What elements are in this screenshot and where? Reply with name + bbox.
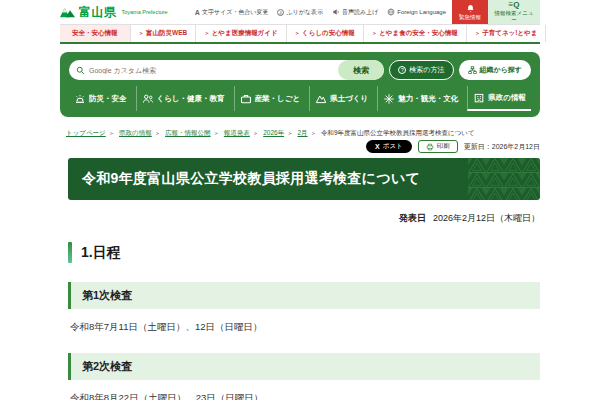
speaker-icon <box>332 8 340 16</box>
nav-miryoku-kanko-bunka[interactable]: 魅力・観光・文化 <box>377 86 463 111</box>
text-size-icon: A <box>195 9 200 16</box>
search-by-org-button[interactable]: 組織から探す <box>459 60 532 80</box>
subsection-first-exam: 第1次検査 <box>68 282 540 309</box>
search-box: 検索 <box>69 60 384 80</box>
safety-nav-item[interactable]: 富山防災WEB <box>131 25 197 42</box>
info-search-menu-button[interactable]: ≡Q 情報検索メニュー <box>488 0 540 24</box>
site-logo[interactable]: 富山県 Toyama Prefecture <box>60 0 168 24</box>
search-icon <box>76 66 85 75</box>
toyama-mountain-logo-icon <box>60 6 76 19</box>
briefcase-icon <box>240 93 252 105</box>
x-icon: X <box>375 143 380 150</box>
release-date-label: 発表日 <box>399 213 426 223</box>
breadcrumb-link[interactable]: 報道発表 <box>224 129 262 136</box>
breadcrumb-current: 令和9年度富山県公立学校教員採用選考検査について <box>321 129 475 136</box>
nav-kurashi-kenko-kyoiku[interactable]: くらし・健康・教育 <box>136 86 230 111</box>
search-panel: 検索 ? 検索の方法 組織から探す <box>60 52 540 117</box>
safety-nav-item[interactable]: くらしの安心情報 <box>287 25 364 42</box>
printer-icon <box>426 143 434 151</box>
breadcrumb-link[interactable]: 広報・情報公開 <box>165 129 222 136</box>
breadcrumb-link[interactable]: トップページ <box>66 129 117 136</box>
release-date-value: 2026年2月12日（木曜日） <box>433 213 540 223</box>
furigana-link[interactable]: あ ふりがな表示 <box>277 8 323 17</box>
search-row: 検索 ? 検索の方法 組織から探す <box>69 60 531 80</box>
safety-nav-item[interactable]: 子育てネッ!とやま <box>467 25 547 42</box>
page-title: 令和9年度富山県公立学校教員採用選考検査について <box>82 170 420 188</box>
siren-icon <box>74 93 86 105</box>
print-button[interactable]: 印刷 <box>418 140 458 153</box>
top-utility-bar: 富山県 Toyama Prefecture A 文字サイズ・色合い変更 あ ふり… <box>60 0 540 24</box>
site-container: 富山県 Toyama Prefecture A 文字サイズ・色合い変更 あ ふり… <box>60 0 540 400</box>
safety-nav-item-active[interactable]: 安全・安心情報 <box>60 25 131 42</box>
text-size-link[interactable]: A 文字サイズ・色合い変更 <box>195 8 269 17</box>
nav-bousai-anzen[interactable]: 防災・安全 <box>69 86 132 111</box>
logo-prefecture-name: 富山県 <box>79 4 117 21</box>
mountain-icon <box>315 93 327 105</box>
nav-kensei-joho[interactable]: 県政の情報 <box>467 86 531 111</box>
menu-search-icon: ≡Q <box>509 1 520 9</box>
subsection-second-exam: 第2次検査 <box>68 353 540 380</box>
nav-kendo-zukuri[interactable]: 県土づくり <box>309 86 373 111</box>
question-icon: ? <box>398 66 406 74</box>
alert-bell-icon <box>466 4 475 13</box>
speech-link[interactable]: 音声読み上げ <box>332 8 378 17</box>
x-post-button[interactable]: X ポスト <box>366 140 412 153</box>
furigana-icon: あ <box>277 9 284 16</box>
safety-nav-item[interactable]: とやま食の安全・安心情報 <box>364 25 467 42</box>
breadcrumb-link[interactable]: 県政の情報 <box>119 129 163 136</box>
breadcrumb-link[interactable]: 2026年 <box>263 129 295 136</box>
org-chart-icon <box>468 66 477 75</box>
category-nav: 防災・安全 くらし・健康・教育 産業・しごと <box>69 86 531 111</box>
breadcrumb-link[interactable]: 2月 <box>297 129 319 136</box>
section-accent-bar <box>68 242 72 263</box>
safety-nav-item[interactable]: とやま医療情報ガイド <box>196 25 286 42</box>
globe-icon <box>387 8 395 16</box>
section-heading-schedule: 1.日程 <box>68 242 540 263</box>
breadcrumb: トップページ 県政の情報 広報・情報公開 報道発表 2026年 2月 令和9年度… <box>60 129 540 138</box>
updated-date: 更新日：2026年2月12日 <box>464 142 540 152</box>
top-buttons: 緊急情報 ≡Q 情報検索メニュー <box>452 0 540 24</box>
safety-nav: 安全・安心情報 富山防災WEB とやま医療情報ガイド くらしの安心情報 とやま食… <box>60 24 540 44</box>
sparkle-icon <box>383 93 395 105</box>
page-tools: X ポスト 印刷 更新日：2026年2月12日 <box>60 140 540 153</box>
article: 令和9年度富山県公立学校教員採用選考検査について 発表日2026年2月12日（木 <box>60 158 540 400</box>
release-date-row: 発表日2026年2月12日（木曜日） <box>68 212 540 225</box>
first-exam-dates: 令和8年7月11日（土曜日）、12日（日曜日） <box>68 321 540 334</box>
logo-subtitle: Toyama Prefecture <box>122 9 168 15</box>
page-title-banner: 令和9年度富山県公立学校教員採用選考検査について <box>68 158 540 200</box>
second-exam-dates: 令和8年8月22日（土曜日）、23日（日曜日） <box>68 392 540 400</box>
people-icon <box>142 93 154 105</box>
nav-sangyo-shigoto[interactable]: 産業・しごと <box>234 86 306 111</box>
utility-links: A 文字サイズ・色合い変更 あ ふりがな表示 音声読み上げ <box>195 0 446 24</box>
search-input[interactable] <box>89 67 338 74</box>
search-help-button[interactable]: ? 検索の方法 <box>389 60 453 80</box>
page: 富山県 Toyama Prefecture A 文字サイズ・色合い変更 あ ふり… <box>0 0 600 400</box>
foreign-language-link[interactable]: Foreign Language <box>387 8 446 16</box>
emergency-info-button[interactable]: 緊急情報 <box>452 0 488 24</box>
triangle-pattern-decoration <box>468 158 540 200</box>
building-icon <box>473 92 485 104</box>
search-button[interactable]: 検索 <box>338 60 384 80</box>
